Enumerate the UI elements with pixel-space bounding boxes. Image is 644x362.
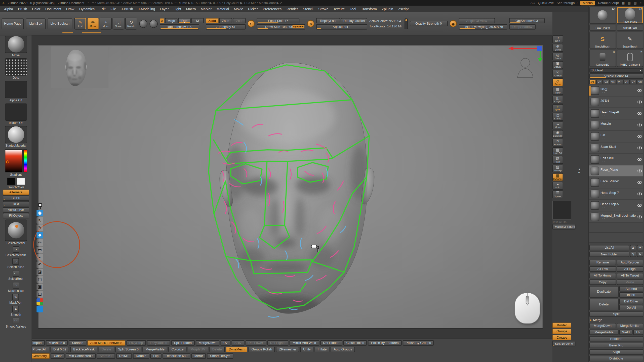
mask-lasso-tool[interactable]: ◌ MaskLasso — [8, 282, 24, 293]
transparency-button[interactable]: ▨ Transp — [552, 165, 563, 172]
subtool-mini-controls[interactable]: ··· — [600, 160, 636, 163]
bottom-button[interactable]: SDiv — [231, 340, 244, 345]
bottom-button[interactable]: Split Screen 0 — [115, 347, 141, 352]
tool-cylinder3d[interactable]: 3 Cylinder3D — [589, 50, 616, 67]
bottom-button[interactable]: MergeVisible — [143, 347, 167, 352]
subtool-tab[interactable]: V5 — [617, 80, 623, 84]
copy-button[interactable]: Copy — [589, 280, 616, 285]
nav-sphere2-icon[interactable] — [149, 20, 158, 28]
dynamic-mode-button[interactable]: ▦ Dynamic — [552, 173, 563, 181]
eye-icon[interactable] — [637, 170, 642, 172]
tool-current-sphere[interactable]: 12 — [589, 7, 616, 24]
crease-button[interactable]: Crease — [552, 335, 571, 340]
bottom-button[interactable]: StoreMT — [97, 353, 115, 359]
eye-icon[interactable] — [637, 147, 642, 149]
m-button[interactable]: M — [191, 18, 204, 23]
menu-item[interactable]: J-Modeling — [138, 7, 155, 11]
cursor-icon[interactable]: ↖ — [36, 217, 43, 224]
menu-item[interactable]: Marker — [201, 7, 212, 11]
delete-button[interactable]: Delete — [589, 299, 618, 310]
camera-orientation-bust[interactable] — [517, 58, 533, 78]
camera-icon[interactable]: ◉ — [450, 20, 457, 27]
eye-icon[interactable] — [637, 158, 642, 161]
ruler-icon[interactable]: ▭ — [36, 247, 43, 253]
menu-item[interactable]: Stroke — [318, 7, 328, 11]
draw-size-slider[interactable]: Draw Size 108.20541Dynamic — [257, 24, 305, 29]
angle-of-view-button[interactable]: Angle Of View — [459, 18, 495, 23]
fillobject-button[interactable]: FillObject — [3, 213, 29, 218]
subtool-mini-controls[interactable]: ··· — [600, 92, 636, 94]
subtool-mini-controls[interactable]: ··· — [600, 206, 636, 209]
all-to-home-button[interactable]: All To Home — [589, 273, 616, 278]
subtool-item[interactable]: Face_Plane1 ··· — [589, 177, 643, 189]
bottom-button[interactable]: Min Connected f — [66, 353, 96, 359]
border-button[interactable]: Border — [552, 323, 571, 328]
subtool-tab[interactable]: V3 — [603, 80, 609, 84]
autoreorder-button[interactable]: AutoReorder — [617, 260, 643, 265]
xyz-button[interactable]: + XYZ — [552, 104, 563, 112]
bottom-button[interactable]: Inflate — [315, 347, 329, 352]
zoom-button[interactable]: ◎ Zoom — [552, 53, 563, 60]
groups-button[interactable]: Groups — [552, 329, 571, 334]
subtool-tab[interactable]: V7 — [630, 80, 636, 84]
menu-item[interactable]: File — [110, 7, 116, 11]
menu-item[interactable]: Material — [217, 7, 229, 11]
bottom-button[interactable]: Morph UV — [188, 347, 208, 352]
paste-button[interactable]: Paste — [617, 280, 643, 285]
insert-button[interactable]: Insert — [619, 292, 643, 297]
rename-button[interactable]: Rename — [589, 260, 616, 265]
subtool-mini-controls[interactable]: ··· — [600, 137, 636, 140]
subtool-item[interactable]: Head Step-7 ··· — [589, 189, 643, 200]
stroke-type-item[interactable]: Dots — [5, 58, 27, 80]
focal-shift-slider[interactable]: Focal Shift 47 — [257, 18, 299, 23]
saturation-value-square[interactable] — [5, 149, 22, 172]
tool-face-plane[interactable]: Face_Plane — [589, 25, 616, 31]
bottom-button[interactable]: LazyStep — [126, 340, 146, 345]
line-fill-button[interactable]: ▤ Line Fill — [552, 147, 563, 155]
menu-item[interactable]: Zscript — [398, 7, 409, 11]
del-other-button[interactable]: Del Other — [619, 299, 643, 304]
bottom-button[interactable]: Groups Polish — [249, 347, 275, 352]
bottom-button[interactable]: Colorize — [169, 347, 186, 352]
replay-icon[interactable]: ↻ — [307, 20, 314, 27]
material-item[interactable]: StartupMaterial — [5, 126, 27, 148]
dynamic-badge[interactable]: Dynamic — [292, 25, 304, 28]
basic-material-b-item[interactable]: ◔ BasicMaterialB — [6, 246, 26, 257]
accucurve-button[interactable]: AccuCurve — [3, 207, 29, 212]
bottom-button[interactable]: DynaMesh — [226, 347, 247, 352]
bottom-button[interactable]: Polish By Groups — [403, 340, 434, 345]
bottom-button[interactable]: Resolution 680 — [163, 353, 190, 359]
all-high-button[interactable]: All High — [617, 266, 643, 272]
folder-up-icon[interactable]: ↰ — [630, 252, 636, 257]
bottom-button[interactable]: Delete — [99, 347, 114, 352]
gravity-widget[interactable] — [404, 18, 408, 29]
bottom-button[interactable]: Auto Groups — [331, 347, 355, 352]
eye-icon[interactable] — [637, 216, 642, 218]
move-canvas-button[interactable]: ↔ Move — [552, 121, 563, 129]
edit-mode-button[interactable]: ✎ Edit — [74, 18, 86, 29]
menu-item[interactable]: Draw — [66, 7, 74, 11]
subtool-header[interactable]: Subtool ▾ — [589, 68, 643, 73]
rf-slider[interactable]: Rf 0 — [3, 201, 29, 206]
blur-slider[interactable]: Blur 0 — [3, 195, 29, 201]
field-of-view-slider[interactable]: Field of view(deg) 39.59775 — [459, 24, 507, 29]
pen-off-icon[interactable]: ✎ — [36, 224, 43, 231]
menu-item[interactable]: Edit — [99, 7, 105, 11]
actual-button[interactable]: ▣ Actual — [552, 61, 563, 69]
tool-simplebrush[interactable]: SimpleBrush — [589, 32, 616, 49]
obj-shadow-slider[interactable]: ObjShadow 0.3 — [509, 18, 544, 23]
menu-item[interactable]: Zplugin — [382, 7, 393, 11]
subtool-mini-controls[interactable]: ··· — [600, 195, 636, 197]
persp-button[interactable]: ◇ Persp — [552, 78, 563, 86]
see-through-slider[interactable]: See-through 0 — [557, 1, 578, 5]
adjust-last-slider[interactable]: AdjustLast 1 — [316, 24, 367, 29]
bottom-button[interactable]: Unify — [300, 347, 314, 352]
bottom-button[interactable]: Color — [51, 353, 65, 359]
split-screen-slider[interactable]: Split Screen 0 — [552, 341, 575, 346]
menu-item[interactable]: Movie — [234, 7, 243, 11]
subtool-item[interactable]: Merged_Skull-decimation2_5 ··· — [589, 211, 643, 223]
subtool-mini-controls[interactable]: ··· — [600, 183, 636, 186]
bottom-button[interactable]: BackfaceMask — [70, 347, 98, 352]
document-viewport[interactable]: ◉ ↖ ✎ ◆ ✏ ▭ • ↶ ◪ ▢ — [38, 45, 543, 329]
bottom-button[interactable]: Del Hidden — [320, 340, 342, 345]
